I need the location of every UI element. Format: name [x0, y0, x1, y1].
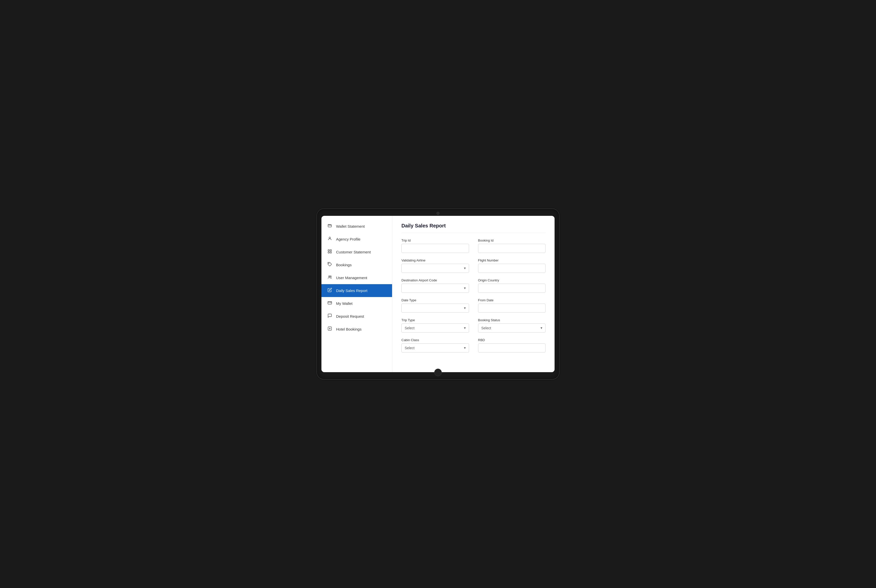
page-title: Daily Sales Report — [401, 223, 545, 233]
select-wrapper-cabin-class: Select▼ — [401, 344, 469, 352]
svg-rect-2 — [330, 250, 332, 251]
sidebar-item-daily-sales-report[interactable]: Daily Sales Report — [322, 284, 392, 297]
svg-rect-4 — [330, 252, 332, 253]
form-group-flight-number: Flight Number — [478, 258, 546, 273]
label-flight-number: Flight Number — [478, 258, 546, 262]
form-group-trip-id: Trip Id — [401, 238, 469, 253]
sidebar-label-hotel-bookings: Hotel Bookings — [336, 327, 362, 332]
select-booking-status[interactable]: Select — [478, 324, 546, 333]
select-date-type[interactable] — [401, 304, 469, 313]
sidebar: Wallet StatementAgency ProfileCustomer S… — [322, 216, 392, 372]
svg-rect-3 — [328, 252, 329, 253]
clip2-icon — [327, 326, 332, 332]
form-group-date-type: Date Type▼ — [401, 298, 469, 313]
label-booking-status: Booking Status — [478, 318, 546, 322]
form-group-validating-airline: Validating Airline▼ — [401, 258, 469, 273]
label-trip-type: Trip Type — [401, 318, 469, 322]
person-icon — [327, 236, 332, 242]
label-from-date: From Date — [478, 298, 546, 302]
input-rbd[interactable] — [478, 344, 546, 352]
form-group-origin-country: Origin Country — [478, 278, 546, 293]
sidebar-label-bookings: Bookings — [336, 263, 352, 267]
sidebar-label-my-wallet: My Wallet — [336, 301, 353, 306]
select-wrapper-destination-airport-code: ▼ — [401, 284, 469, 293]
sidebar-label-wallet-statement: Wallet Statement — [336, 224, 365, 228]
tablet-device: Wallet StatementAgency ProfileCustomer S… — [317, 209, 559, 379]
form-group-from-date: From Date — [478, 298, 546, 313]
sidebar-item-deposit-request[interactable]: Deposit Request — [322, 310, 392, 323]
grid-icon — [327, 249, 332, 255]
sidebar-label-agency-profile: Agency Profile — [336, 237, 361, 241]
label-date-type: Date Type — [401, 298, 469, 302]
input-origin-country[interactable] — [478, 284, 546, 293]
select-trip-type[interactable]: Select — [401, 324, 469, 333]
form-group-booking-id: Booking Id — [478, 238, 546, 253]
sidebar-label-customer-statement: Customer Statement — [336, 250, 371, 254]
sidebar-item-bookings[interactable]: Bookings — [322, 258, 392, 271]
svg-point-7 — [330, 276, 332, 277]
pencil-icon — [327, 288, 332, 294]
clip-icon — [327, 314, 332, 319]
sidebar-item-my-wallet[interactable]: My Wallet — [322, 297, 392, 310]
svg-rect-1 — [328, 250, 329, 251]
select-cabin-class[interactable]: Select — [401, 344, 469, 352]
tag-icon — [327, 262, 332, 268]
select-wrapper-date-type: ▼ — [401, 304, 469, 313]
sidebar-label-user-management: User Management — [336, 276, 367, 280]
input-from-date[interactable] — [478, 304, 546, 313]
input-booking-id[interactable] — [478, 244, 546, 253]
form-group-cabin-class: Cabin ClassSelect▼ — [401, 338, 469, 352]
select-destination-airport-code[interactable] — [401, 284, 469, 293]
label-rbd: RBD — [478, 338, 546, 342]
label-booking-id: Booking Id — [478, 238, 546, 242]
svg-rect-8 — [328, 302, 332, 304]
wallet-icon — [327, 300, 332, 306]
folder-icon — [327, 224, 332, 229]
people-icon — [327, 275, 332, 280]
label-trip-id: Trip Id — [401, 238, 469, 242]
input-trip-id[interactable] — [401, 244, 469, 253]
form-group-rbd: RBD — [478, 338, 546, 352]
sidebar-item-user-management[interactable]: User Management — [322, 271, 392, 284]
sidebar-item-hotel-bookings[interactable]: Hotel Bookings — [322, 323, 392, 336]
label-validating-airline: Validating Airline — [401, 258, 469, 262]
svg-point-6 — [329, 276, 330, 277]
select-validating-airline[interactable] — [401, 264, 469, 273]
sidebar-item-agency-profile[interactable]: Agency Profile — [322, 233, 392, 246]
form-group-booking-status: Booking StatusSelect▼ — [478, 318, 546, 333]
screen: Wallet StatementAgency ProfileCustomer S… — [322, 216, 554, 372]
report-form: Trip IdBooking IdValidating Airline▼Flig… — [401, 238, 545, 352]
svg-point-5 — [329, 263, 329, 264]
sidebar-label-deposit-request: Deposit Request — [336, 314, 364, 318]
select-wrapper-trip-type: Select▼ — [401, 324, 469, 333]
input-flight-number[interactable] — [478, 264, 546, 273]
main-content: Daily Sales Report Trip IdBooking IdVali… — [392, 216, 554, 372]
svg-point-0 — [329, 237, 331, 238]
select-wrapper-validating-airline: ▼ — [401, 264, 469, 273]
select-wrapper-booking-status: Select▼ — [478, 324, 546, 333]
sidebar-label-daily-sales-report: Daily Sales Report — [336, 288, 367, 293]
label-destination-airport-code: Destination Airport Code — [401, 278, 469, 282]
label-cabin-class: Cabin Class — [401, 338, 469, 342]
sidebar-item-wallet-statement[interactable]: Wallet Statement — [322, 220, 392, 233]
sidebar-item-customer-statement[interactable]: Customer Statement — [322, 246, 392, 258]
label-origin-country: Origin Country — [478, 278, 546, 282]
form-group-destination-airport-code: Destination Airport Code▼ — [401, 278, 469, 293]
form-group-trip-type: Trip TypeSelect▼ — [401, 318, 469, 333]
